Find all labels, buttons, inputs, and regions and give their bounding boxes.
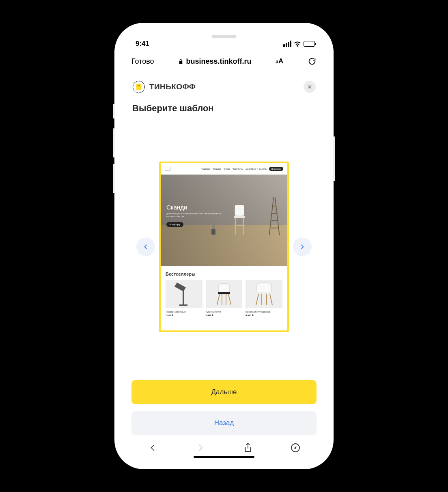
share-icon bbox=[243, 442, 252, 453]
status-time: 9:41 bbox=[136, 40, 149, 48]
brand: ТИНЬКОФФ bbox=[132, 80, 196, 93]
nav-forward-button[interactable] bbox=[195, 442, 206, 453]
product-name: Кухонный стул широкий bbox=[246, 311, 282, 313]
app-header: ТИНЬКОФФ bbox=[130, 77, 318, 96]
share-button[interactable] bbox=[243, 442, 253, 453]
product-price: 4 990 ₽ bbox=[246, 314, 282, 317]
product-name: Кухонный стул bbox=[206, 311, 243, 313]
volume-down-button bbox=[113, 164, 115, 193]
cellular-icon bbox=[283, 41, 291, 47]
template-navbar: Главная Каталог О нас Контакты Доставка … bbox=[161, 163, 287, 175]
svg-rect-2 bbox=[138, 85, 140, 86]
chair-wide-icon bbox=[246, 280, 282, 308]
chair-icon bbox=[206, 280, 243, 308]
notch bbox=[185, 30, 263, 44]
browser-top-bar: Готово business.tinkoff.ru аA bbox=[122, 50, 326, 72]
svg-rect-9 bbox=[183, 290, 184, 305]
back-button[interactable]: Назад bbox=[131, 411, 317, 435]
product-card: Торшер напольный 7 990 ₽ bbox=[166, 280, 202, 317]
compass-icon bbox=[291, 443, 300, 453]
wifi-icon bbox=[294, 41, 301, 47]
chevron-left-icon bbox=[142, 244, 149, 250]
close-button[interactable] bbox=[304, 81, 316, 93]
product-card: Кухонный стул 2 990 ₽ bbox=[206, 280, 243, 317]
app-content: ТИНЬКОФФ Выберите шаблон Главная Кат bbox=[122, 72, 326, 435]
template-hero-title: Сканди bbox=[166, 204, 282, 211]
template-preview-card[interactable]: Главная Каталог О нас Контакты Доставка … bbox=[159, 162, 289, 332]
template-nav-cta: В корзине bbox=[269, 167, 283, 171]
action-buttons: Дальше Назад bbox=[130, 365, 318, 435]
close-icon bbox=[307, 84, 312, 90]
chevron-right-icon bbox=[196, 444, 205, 452]
template-nav-item: О нас bbox=[224, 168, 230, 170]
template-section-title: Бестселлеры bbox=[161, 266, 287, 280]
svg-rect-8 bbox=[211, 229, 215, 235]
svg-rect-1 bbox=[136, 84, 142, 90]
template-nav-item: Каталог bbox=[212, 168, 221, 170]
template-nav-item: Главная bbox=[201, 168, 210, 170]
product-price: 7 990 ₽ bbox=[166, 314, 202, 317]
template-hero-cta: В подборку bbox=[166, 222, 183, 227]
carousel-next-button[interactable] bbox=[293, 237, 312, 256]
compass-button[interactable] bbox=[290, 442, 301, 453]
mute-switch bbox=[113, 104, 115, 119]
phone-frame: 9:41 Готово business.tinkoff.ru аA bbox=[114, 23, 334, 469]
lock-icon bbox=[178, 59, 183, 64]
home-indicator[interactable] bbox=[194, 456, 254, 458]
next-button[interactable]: Дальше bbox=[131, 380, 317, 404]
lamp-icon bbox=[166, 280, 202, 308]
text-size-button[interactable]: аA bbox=[276, 57, 283, 65]
svg-rect-12 bbox=[256, 292, 272, 294]
battery-icon bbox=[304, 41, 315, 47]
url-text: business.tinkoff.ru bbox=[186, 57, 251, 66]
mountain-icon bbox=[165, 167, 170, 171]
template-products: Торшер напольный 7 990 ₽ Кухонный стул 2… bbox=[161, 280, 287, 321]
template-nav-item: Доставка и оплата bbox=[246, 168, 267, 170]
chevron-left-icon bbox=[149, 444, 157, 452]
product-price: 2 990 ₽ bbox=[206, 314, 243, 317]
template-carousel: Главная Каталог О нас Контакты Доставка … bbox=[130, 128, 318, 365]
template-hero: Сканди Домашний уют в скандинавском стил… bbox=[161, 175, 287, 266]
svg-rect-10 bbox=[179, 304, 187, 306]
power-button bbox=[333, 136, 335, 181]
page-title: Выберите шаблон bbox=[130, 96, 318, 116]
carousel-prev-button[interactable] bbox=[136, 237, 155, 256]
template-hero-subtitle: Домашний уют в скандинавском стиле. Ниче… bbox=[166, 212, 227, 218]
product-card: Кухонный стул широкий 4 990 ₽ bbox=[246, 280, 282, 317]
done-button[interactable]: Готово bbox=[131, 57, 154, 66]
svg-rect-11 bbox=[218, 292, 230, 294]
nav-back-button[interactable] bbox=[148, 442, 158, 453]
template-nav-item: Контакты bbox=[233, 168, 243, 170]
address-bar[interactable]: business.tinkoff.ru bbox=[178, 57, 251, 66]
volume-up-button bbox=[113, 128, 115, 158]
reload-icon[interactable] bbox=[308, 57, 317, 66]
tinkoff-logo-icon bbox=[132, 80, 145, 93]
chevron-right-icon bbox=[299, 244, 306, 250]
safari-toolbar bbox=[122, 435, 326, 462]
product-name: Торшер напольный bbox=[166, 311, 202, 313]
brand-name: ТИНЬКОФФ bbox=[149, 82, 196, 91]
